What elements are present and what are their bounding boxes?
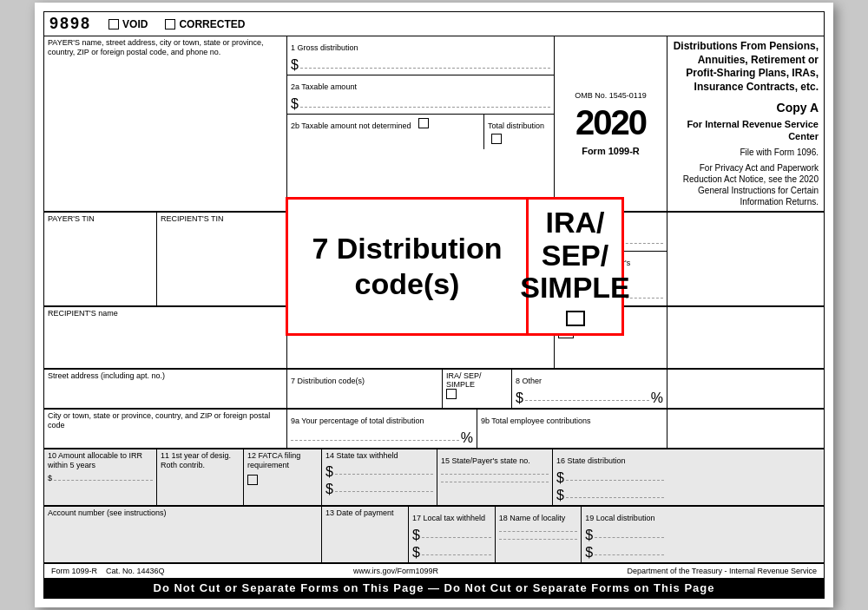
gross-omb-col: 1 Gross distribution $ 2a Taxable amount… xyxy=(287,36,555,211)
do-not-cut-bar: Do Not Cut or Separate Forms on This Pag… xyxy=(44,578,824,598)
2b-checkbox[interactable] xyxy=(418,118,429,128)
main-form-area: PAYER'S name, street address, city or to… xyxy=(44,36,824,563)
acct-number-cell: Account number (see instructions) xyxy=(44,507,322,562)
form-number: 9898 xyxy=(49,15,91,33)
box19-label: 19 Local distribution xyxy=(585,514,654,522)
row4-fields: 7 Distribution code(s) IRA/ SEP/ SIMPLE … xyxy=(287,370,667,408)
dist-code-ira-panel: IRA/ SEP/ SIMPLE xyxy=(526,200,621,333)
year-display: 2020 xyxy=(572,100,649,146)
row-street: Street address (including apt. no.) 7 Di… xyxy=(44,369,824,409)
box16-dollar2: $ xyxy=(556,488,564,503)
corrected-checkbox[interactable] xyxy=(165,19,175,30)
box17-dollar1: $ xyxy=(412,528,420,543)
box12-checkbox[interactable] xyxy=(247,475,258,485)
recip-name-cell: RECIPIENT'S name xyxy=(44,307,287,368)
box11-label: 11 1st year of desig. Roth contrib. xyxy=(161,451,231,469)
box13-label: 13 Date of payment xyxy=(326,508,394,517)
box-9b: 9b Total employee contributions xyxy=(477,410,667,448)
total-dist-checkbox[interactable] xyxy=(491,134,502,144)
box18-label: 18 Name of locality xyxy=(499,514,566,522)
corrected-label: CORRECTED xyxy=(179,18,245,30)
box18-line1 xyxy=(499,531,578,532)
row-acct-date: Account number (see instructions) 13 Dat… xyxy=(44,506,824,563)
box10-dollar: $ xyxy=(48,474,52,482)
box-15: 15 State/Payer's state no. xyxy=(437,449,553,505)
corrected-box: CORRECTED xyxy=(165,18,245,30)
box19-dollar2: $ xyxy=(585,545,593,561)
box-total-dist: Total distribution xyxy=(484,115,554,149)
box-12: 12 FATCA filing requirement xyxy=(244,449,322,505)
box-2b-not-determined: 2b Taxable amount not determined xyxy=(287,115,484,149)
omb-no: OMB No. 1545-0119 xyxy=(575,91,647,100)
footer-dept: Department of the Treasury - Internal Re… xyxy=(627,567,817,575)
city-cell: City or town, state or province, country… xyxy=(44,410,287,448)
sidebar-row7 xyxy=(667,507,824,562)
box19-value1: $ xyxy=(585,528,664,543)
year-text: 2020 xyxy=(575,103,646,141)
box-17: 17 Local tax withheld $ $ xyxy=(409,507,496,562)
box14-line1 xyxy=(335,474,433,475)
box8-line xyxy=(525,400,649,401)
box-16: 16 State distribution $ $ xyxy=(553,449,667,505)
box12-label: 12 FATCA filing requirement xyxy=(247,451,300,469)
box19-line1 xyxy=(595,537,664,538)
box-14: 14 State tax withheld $ $ xyxy=(322,449,437,505)
box9a-percent: % xyxy=(461,430,473,446)
gross-dist-label: 1 Gross distribution xyxy=(291,43,358,52)
row5-fields: 9a Your percentage of total distribution… xyxy=(287,410,667,448)
box-10: 10 Amount allocable to IRR within 5 year… xyxy=(44,449,157,505)
void-checkbox[interactable] xyxy=(108,19,119,30)
sidebar-row5 xyxy=(667,410,824,448)
omb-year-cell: OMB No. 1545-0119 2020 Form 1099-R xyxy=(555,36,667,211)
box18-line2 xyxy=(499,539,578,540)
sidebar-row6 xyxy=(667,449,824,505)
taxable-amount-box: 2a Taxable amount $ xyxy=(287,75,554,115)
row-10-16: 10 Amount allocable to IRR within 5 year… xyxy=(44,449,824,506)
box14-label: 14 State tax withheld xyxy=(326,451,433,461)
footer-info: Form 1099-R Cat. No. 14436Q www.irs.gov/… xyxy=(44,563,824,578)
box16-value2: $ xyxy=(556,488,664,503)
box17-dollar2: $ xyxy=(412,545,420,561)
gross-dollar: $ xyxy=(291,57,299,73)
do-not-cut-text: Do Not Cut or Separate Forms on This Pag… xyxy=(154,581,715,594)
total-dist-label: Total distribution xyxy=(488,121,544,130)
acct-label: Account number (see instructions) xyxy=(48,508,167,517)
ira-big-checkbox[interactable] xyxy=(566,311,585,326)
sidebar-row3 xyxy=(667,307,824,368)
box19-line2 xyxy=(595,554,664,555)
top-row: 9898 VOID CORRECTED xyxy=(44,12,824,36)
box16-dollar1: $ xyxy=(556,470,564,486)
box-8: 8 Other $ % xyxy=(512,370,667,408)
form-name: Form 1099-R xyxy=(582,146,640,156)
payer-tin-cell: PAYER'S TIN xyxy=(44,213,157,305)
box17-label: 17 Local tax withheld xyxy=(412,514,485,522)
footer-form-name: Form 1099-R xyxy=(51,567,97,575)
ira-sep-big-text: IRA/ SEP/ SIMPLE xyxy=(520,207,630,304)
privacy-note: For Privacy Act and Paperwork Reduction … xyxy=(673,162,819,207)
row-2b: 2b Taxable amount not determined Total d… xyxy=(287,115,554,149)
box-13: 13 Date of payment xyxy=(322,507,409,562)
recip-name-label: RECIPIENT'S name xyxy=(48,309,118,318)
box14-dollar2: $ xyxy=(326,482,333,497)
box19-dollar1: $ xyxy=(585,528,593,543)
box9a-value: % xyxy=(291,430,473,446)
form-container: 9898 VOID CORRECTED PAYER'S name, street… xyxy=(43,11,825,599)
box15-line1 xyxy=(441,474,549,475)
sidebar-row4 xyxy=(667,370,824,408)
right-sidebar: Distributions From Pensions, Annuities, … xyxy=(667,36,824,211)
payer-name-cell: PAYER'S name, street address, city or to… xyxy=(44,36,287,211)
2b-label: 2b Taxable amount not determined xyxy=(291,121,411,130)
ira-small-checkbox[interactable] xyxy=(446,389,457,399)
box7-small: 7 Distribution code(s) xyxy=(287,370,443,408)
file-with: File with Form 1096. xyxy=(673,147,819,159)
void-box: VOID xyxy=(108,18,148,30)
for-irs: For Internal Revenue Service Center xyxy=(673,118,819,143)
city-label: City or town, state or province, country… xyxy=(48,411,270,430)
street-label: Street address (including apt. no.) xyxy=(48,371,165,380)
void-label: VOID xyxy=(122,18,148,30)
box17-line1 xyxy=(422,537,491,538)
box16-line2 xyxy=(566,497,664,498)
box9b-label: 9b Total employee contributions xyxy=(481,417,590,425)
box16-line1 xyxy=(566,480,664,481)
row-payer-gross: PAYER'S name, street address, city or to… xyxy=(44,36,824,212)
